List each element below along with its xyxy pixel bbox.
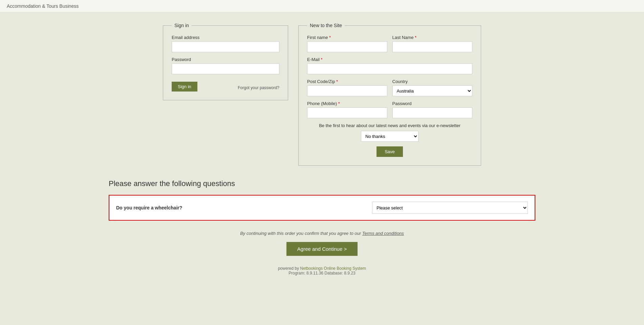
first-name-input[interactable] <box>307 41 387 52</box>
questions-heading: Please answer the following questions <box>109 179 535 188</box>
email-new-group: E-Mail * <box>307 57 472 74</box>
last-name-label: Last Name * <box>392 35 473 40</box>
new-password-input[interactable] <box>392 107 473 118</box>
email-new-input[interactable] <box>307 63 472 74</box>
name-row: First name * Last Name * <box>307 35 472 57</box>
email-input[interactable] <box>172 41 279 52</box>
phone-label: Phone (Mobile) * <box>307 101 387 106</box>
country-group: Country Australia New Zealand United Kin… <box>392 79 473 96</box>
password-group: Password <box>172 57 279 74</box>
powered-by-text: powered by <box>278 266 299 271</box>
questions-section: Please answer the following questions Do… <box>109 179 535 276</box>
terms-row: By continuing with this order you confir… <box>109 231 535 236</box>
site-title: Accommodation & Tours Business <box>7 3 79 9</box>
postcode-group: Post Code/Zip * <box>307 79 387 96</box>
save-button[interactable]: Save <box>377 146 403 157</box>
phone-input[interactable] <box>307 107 387 118</box>
phone-group: Phone (Mobile) * <box>307 101 387 118</box>
postcode-input[interactable] <box>307 85 387 96</box>
wheelchair-question-box: Do you require a wheelchair? Please sele… <box>109 195 535 221</box>
country-label: Country <box>392 79 473 84</box>
sign-in-actions: Sign in Forgot your password? <box>172 79 279 92</box>
sign-in-legend: Sign in <box>172 23 192 28</box>
first-name-label: First name * <box>307 35 387 40</box>
netbookings-link[interactable]: Netbookings Online Booking System <box>300 266 366 271</box>
first-name-group: First name * <box>307 35 387 52</box>
phone-required: * <box>338 101 340 106</box>
email-new-label: E-Mail * <box>307 57 472 62</box>
postcode-label: Post Code/Zip * <box>307 79 387 84</box>
sign-in-button[interactable]: Sign in <box>172 82 197 92</box>
email-new-required: * <box>321 57 322 62</box>
terms-text: By continuing with this order you confir… <box>240 231 361 236</box>
postcode-required: * <box>336 79 338 84</box>
sign-in-section: Sign in Email address Password Sign in F… <box>163 23 288 166</box>
email-label: Email address <box>172 35 279 40</box>
newsletter-text: Be the first to hear about our latest ne… <box>307 123 472 128</box>
agree-continue-button[interactable]: Agree and Continue > <box>286 242 358 256</box>
terms-link[interactable]: Terms and conditions <box>362 231 404 236</box>
last-name-required: * <box>415 35 416 40</box>
last-name-group: Last Name * <box>392 35 473 52</box>
newsletter-row: Be the first to hear about our latest ne… <box>307 123 472 142</box>
footer: powered by Netbookings Online Booking Sy… <box>109 266 535 276</box>
last-name-input[interactable] <box>392 41 473 52</box>
email-group: Email address <box>172 35 279 52</box>
new-site-legend: New to the Site <box>307 23 345 28</box>
postcode-country-row: Post Code/Zip * Country Australia New Ze… <box>307 79 472 101</box>
new-password-label: Password <box>392 101 473 106</box>
newsletter-select[interactable]: No thanks Yes please <box>361 131 418 142</box>
first-name-required: * <box>329 35 331 40</box>
new-site-section: New to the Site First name * Last Name * <box>298 23 481 166</box>
country-select[interactable]: Australia New Zealand United Kingdom Uni… <box>392 85 473 96</box>
password-label: Password <box>172 57 279 62</box>
wheelchair-select[interactable]: Please select Yes No <box>372 202 528 214</box>
password-input[interactable] <box>172 63 279 74</box>
wheelchair-label: Do you require a wheelchair? <box>116 205 182 210</box>
version-text: Program: 8.9.11.36 Database: 8.9.23 <box>288 271 355 276</box>
phone-password-row: Phone (Mobile) * Password <box>307 101 472 123</box>
new-password-group: Password <box>392 101 473 118</box>
forgot-password-link[interactable]: Forgot your password? <box>238 85 279 90</box>
